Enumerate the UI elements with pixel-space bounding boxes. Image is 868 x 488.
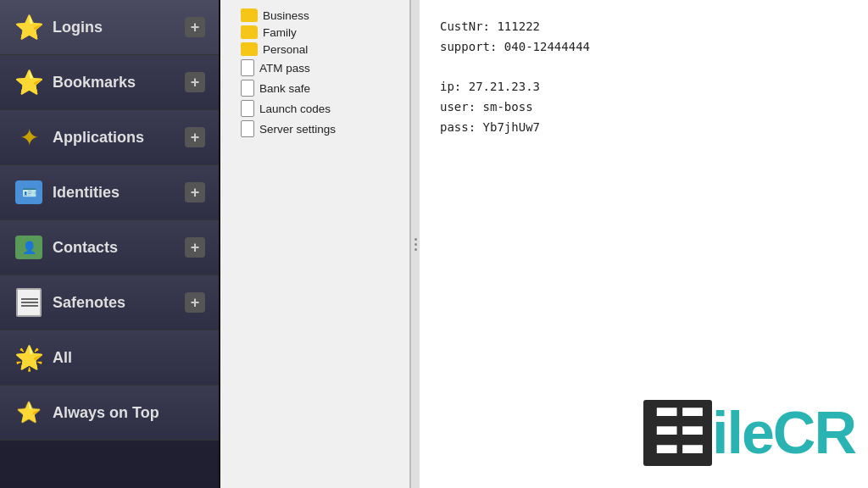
sidebar-item-always-on-top[interactable]: ⭐ Always on Top <box>0 385 219 441</box>
all-label: All <box>53 349 205 367</box>
tree-item-atm-pass[interactable]: ATM pass <box>220 58 409 78</box>
contacts-icon: 👤 <box>14 232 44 263</box>
contacts-add-button[interactable]: + <box>185 237 205 258</box>
sidebar-item-contacts[interactable]: 👤 Contacts + <box>0 220 219 275</box>
all-icon: 🌟 <box>14 342 44 373</box>
sidebar: ⭐ Logins + ⭐ Bookmarks + ✦ Applications … <box>0 0 220 488</box>
logo-f-char: ☷ <box>643 400 712 466</box>
logins-add-button[interactable]: + <box>185 17 205 37</box>
folder-icon-business <box>241 8 258 22</box>
logins-label: Logins <box>53 19 185 36</box>
identities-label: Identities <box>53 184 185 202</box>
applications-label: Applications <box>53 129 185 147</box>
tree-label-launch-codes: Launch codes <box>259 103 331 115</box>
safenotes-add-button[interactable]: + <box>185 292 205 313</box>
doc-icon-launch-codes <box>241 100 254 117</box>
logins-icon: ⭐ <box>14 12 44 42</box>
doc-icon-server-settings <box>241 120 254 137</box>
identities-icon: 🪪 <box>14 177 44 208</box>
sidebar-item-safenotes[interactable]: Safenotes + <box>0 275 219 330</box>
tree-panel: Business Family Personal ATM pass Bank s… <box>220 0 411 488</box>
filecr-logo: ☷ ileCR <box>631 378 868 488</box>
tree-label-personal: Personal <box>263 43 308 56</box>
tree-label-bank-safe: Bank safe <box>259 82 310 95</box>
tree-item-personal[interactable]: Personal <box>220 41 409 58</box>
content-line4: ip: 27.21.23.3 <box>440 77 848 97</box>
content-text-area: CustNr: 111222 support: 040-12444444 ip:… <box>420 0 868 155</box>
content-line2: support: 040-12444444 <box>440 37 848 58</box>
safenotes-icon <box>14 287 44 318</box>
sidebar-item-bookmarks[interactable]: ⭐ Bookmarks + <box>0 55 219 110</box>
doc-icon-bank-safe <box>241 80 254 97</box>
content-line5: user: sm-boss <box>440 97 848 118</box>
tree-label-atm-pass: ATM pass <box>259 62 310 75</box>
tree-item-bank-safe[interactable]: Bank safe <box>220 78 409 98</box>
applications-icon: ✦ <box>14 122 44 152</box>
always-on-top-icon: ⭐ <box>14 397 44 428</box>
sidebar-item-applications[interactable]: ✦ Applications + <box>0 110 219 165</box>
tree-item-family[interactable]: Family <box>220 24 409 41</box>
tree-label-server-settings: Server settings <box>259 123 336 136</box>
folder-icon-family <box>241 25 258 39</box>
sidebar-item-logins[interactable]: ⭐ Logins + <box>0 0 219 55</box>
bookmarks-label: Bookmarks <box>53 74 185 92</box>
logo-rest: ileCR <box>712 399 855 467</box>
bookmarks-add-button[interactable]: + <box>185 72 205 92</box>
tree-item-server-settings[interactable]: Server settings <box>220 119 409 139</box>
contacts-label: Contacts <box>53 239 185 257</box>
sidebar-item-all[interactable]: 🌟 All <box>0 330 219 385</box>
folder-icon-personal <box>241 42 258 56</box>
tree-item-launch-codes[interactable]: Launch codes <box>220 98 409 119</box>
content-line6: pass: Yb7jhUw7 <box>440 118 848 138</box>
identities-add-button[interactable]: + <box>185 182 205 202</box>
tree-label-business: Business <box>263 9 309 22</box>
always-on-top-label: Always on Top <box>53 404 205 422</box>
applications-add-button[interactable]: + <box>185 127 205 147</box>
sidebar-item-identities[interactable]: 🪪 Identities + <box>0 165 219 220</box>
content-panel: CustNr: 111222 support: 040-12444444 ip:… <box>420 0 868 488</box>
bookmarks-icon: ⭐ <box>14 67 44 97</box>
content-line1: CustNr: 111222 <box>440 17 848 37</box>
doc-icon-atm-pass <box>241 59 254 76</box>
safenotes-label: Safenotes <box>53 294 185 312</box>
tree-label-family: Family <box>263 26 297 39</box>
panel-divider[interactable] <box>411 0 420 488</box>
tree-item-business[interactable]: Business <box>220 7 409 24</box>
